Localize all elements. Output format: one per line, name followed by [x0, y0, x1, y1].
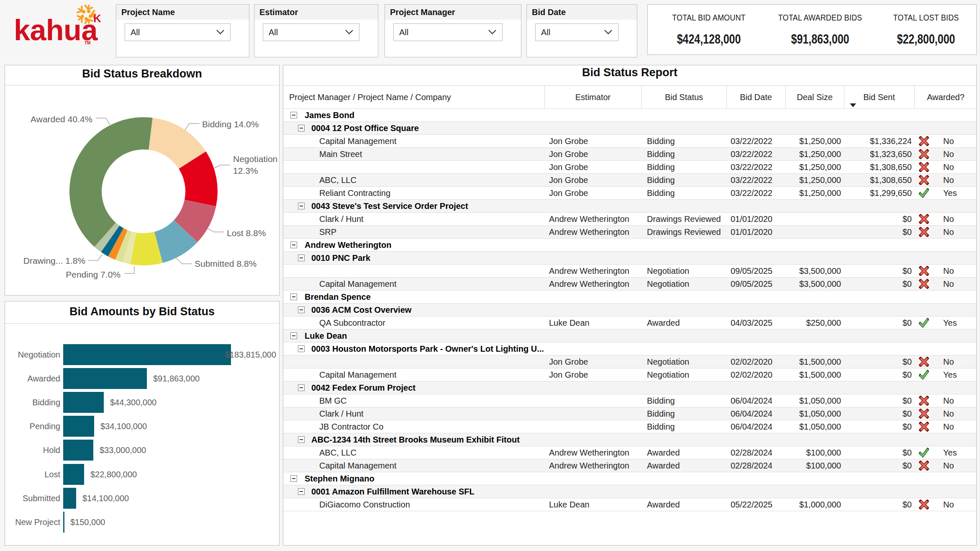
- svg-text:TM: TM: [85, 41, 90, 45]
- svg-text:K: K: [93, 12, 101, 25]
